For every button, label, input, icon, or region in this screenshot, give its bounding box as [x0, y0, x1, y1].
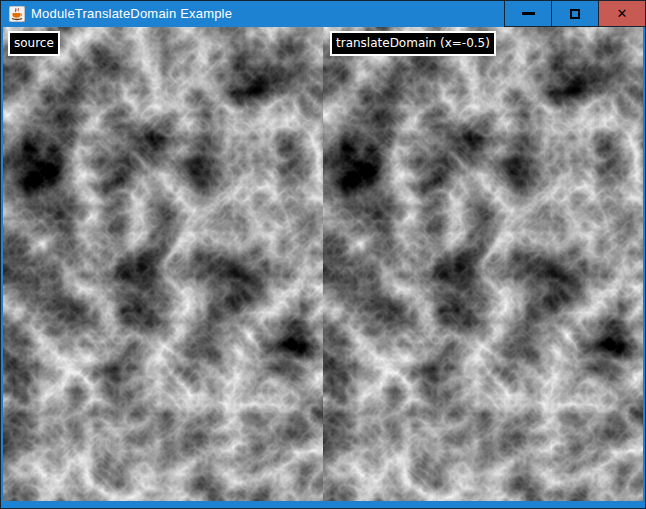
maximize-button[interactable] — [551, 1, 598, 27]
java-coffee-icon — [9, 6, 25, 22]
close-button[interactable]: ✕ — [598, 1, 645, 27]
minimize-icon — [522, 12, 535, 15]
window-title: ModuleTranslateDomain Example — [31, 6, 232, 21]
maximize-icon — [570, 9, 580, 19]
close-icon: ✕ — [617, 7, 628, 20]
titlebar[interactable]: ModuleTranslateDomain Example ✕ — [0, 0, 646, 27]
app-window: ModuleTranslateDomain Example ✕ source t… — [0, 0, 646, 509]
source-image — [3, 27, 323, 501]
minimize-button[interactable] — [504, 1, 551, 27]
translate-domain-label: translateDomain (x=-0.5) — [330, 31, 496, 56]
window-controls: ✕ — [504, 1, 645, 27]
translate-domain-image — [323, 27, 643, 501]
render-area: source translateDomain (x=-0.5) — [3, 27, 643, 501]
source-label: source — [8, 31, 60, 56]
